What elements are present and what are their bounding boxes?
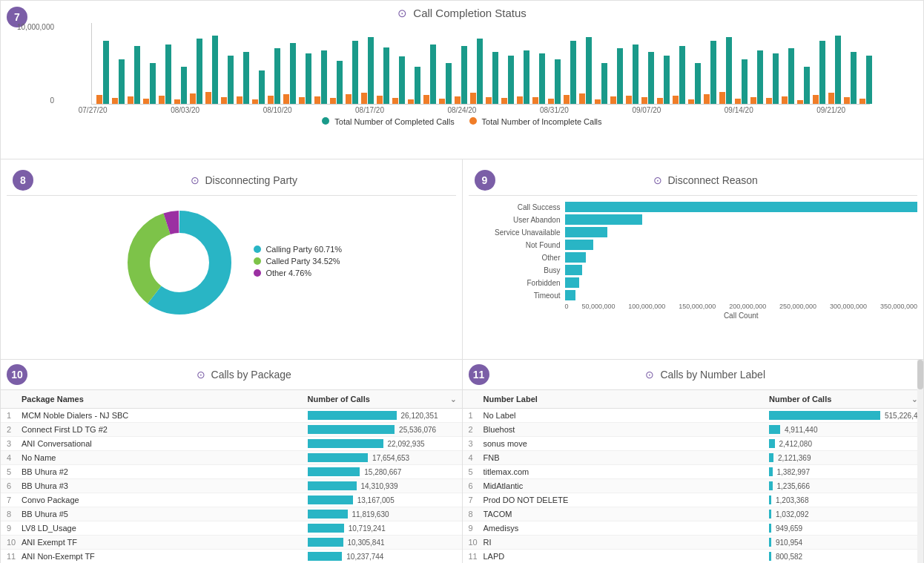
row-calls-cell: 515,226,458 xyxy=(769,411,917,420)
sort-icon-2[interactable]: ⌄ xyxy=(911,395,917,404)
bar-incomplete xyxy=(486,97,492,104)
horiz-row-label: User Abandon xyxy=(469,216,565,224)
x-axis-label: 08/24/20 xyxy=(448,106,477,114)
horiz-bar-wrap xyxy=(565,252,918,263)
row-bar xyxy=(769,481,773,490)
row-name: MCM Noble Dialers - NJ SBC xyxy=(22,411,308,420)
row-name: No Label xyxy=(484,411,770,420)
horiz-row: Busy xyxy=(469,265,918,275)
horiz-x-tick: 50,000,000 xyxy=(581,303,615,310)
bar-completed xyxy=(819,41,825,104)
row-name: Bluehost xyxy=(484,425,770,434)
bar-completed xyxy=(477,39,483,104)
row-value: 2,121,369 xyxy=(778,454,811,462)
bar-incomplete xyxy=(361,93,367,104)
legend-called-party: Called Party 34.52% xyxy=(254,257,342,266)
table-row: 7 Convo Package 13,167,005 xyxy=(1,493,462,507)
row-bar xyxy=(308,411,397,420)
bar-group xyxy=(375,47,391,104)
bar-incomplete xyxy=(299,97,305,104)
bar-completed xyxy=(742,59,748,104)
row-calls-cell: 949,659 xyxy=(769,524,917,533)
bar-completed xyxy=(601,63,607,104)
donut-legend: Calling Party 60.71% Called Party 34.52%… xyxy=(254,245,342,280)
row-name: titlemax.com xyxy=(484,467,770,476)
disconnect-reason-header: 9 ⊙ Disconnect Reason xyxy=(469,165,918,196)
calling-party-dot xyxy=(254,246,261,253)
row-value: 800,582 xyxy=(776,553,802,561)
bar-completed xyxy=(555,59,561,104)
table-row: 4 No Name 17,654,653 xyxy=(1,451,462,465)
bar-group xyxy=(469,39,484,104)
bar-completed xyxy=(383,47,389,104)
x-axis-label: 07/27/20 xyxy=(79,106,108,114)
bar-incomplete xyxy=(797,100,803,104)
row-value: 14,310,939 xyxy=(361,482,398,490)
bar-group xyxy=(578,37,593,104)
bar-incomplete xyxy=(423,95,429,104)
row-num: 7 xyxy=(7,495,22,504)
horiz-bar xyxy=(565,290,575,300)
info-icon-8: ⊙ xyxy=(191,174,199,186)
horiz-bar xyxy=(565,277,579,288)
bar-incomplete xyxy=(610,96,616,104)
x-axis-call-count-label: Call Count xyxy=(565,312,918,320)
bar-completed xyxy=(181,67,187,104)
middle-row: 8 ⊙ Disconnecting Party xyxy=(0,159,924,360)
row-calls-cell: 1,382,997 xyxy=(769,467,917,476)
horiz-x-tick: 100,000,000 xyxy=(628,303,665,310)
bar-group xyxy=(624,45,640,104)
call-completion-title: ⊙ Call Completion Status xyxy=(10,7,914,20)
bar-group xyxy=(422,45,438,104)
row-value: 1,382,997 xyxy=(777,468,811,476)
horiz-bar xyxy=(565,227,607,237)
row-calls-cell: 25,536,076 xyxy=(308,425,456,434)
row-calls-cell: 10,237,744 xyxy=(308,552,456,561)
bar-incomplete xyxy=(283,94,289,104)
bar-completed xyxy=(788,48,794,104)
table-row: 3 sonus move 2,412,080 xyxy=(463,437,924,451)
table-row: 10 RI 910,954 xyxy=(463,536,924,550)
bar-group xyxy=(391,56,406,104)
row-name: TACOM xyxy=(484,510,770,518)
bar-group xyxy=(733,59,749,104)
scrollbar-thumb[interactable] xyxy=(917,360,923,389)
bar-incomplete xyxy=(626,96,632,104)
disconnect-reason-chart: Call SuccessUser AbandonService Unavaila… xyxy=(469,202,918,300)
row-bar xyxy=(769,425,780,434)
table-row: 1 No Label 515,226,458 xyxy=(463,409,924,423)
row-calls-cell: 1,203,368 xyxy=(769,495,917,504)
bar-incomplete xyxy=(704,94,710,104)
row-num: 4 xyxy=(469,453,484,462)
row-num: 4 xyxy=(7,453,22,462)
bar-group xyxy=(749,50,765,104)
sort-icon[interactable]: ⌄ xyxy=(450,395,456,404)
horiz-bar-wrap xyxy=(565,202,918,212)
row-name: RI xyxy=(484,538,770,547)
row-value: 17,654,653 xyxy=(372,454,409,462)
row-calls-cell: 4,911,440 xyxy=(769,425,917,434)
bar-incomplete xyxy=(548,99,554,104)
scrollbar[interactable] xyxy=(917,360,923,563)
row-calls-cell: 800,582 xyxy=(769,552,917,561)
horiz-bar xyxy=(565,202,918,212)
bar-completed xyxy=(165,45,171,104)
row-value: 25,536,076 xyxy=(399,426,436,434)
bar-group xyxy=(344,41,360,104)
row-num: 3 xyxy=(7,439,22,448)
horiz-row: User Abandon xyxy=(469,214,918,225)
incomplete-dot xyxy=(469,117,477,125)
row-value: 26,120,351 xyxy=(401,412,438,420)
col-package-name: Package Names xyxy=(22,395,308,404)
bar-completed xyxy=(710,41,716,104)
row-bar xyxy=(769,524,771,533)
row-calls-cell: 22,092,935 xyxy=(308,439,456,448)
bar-incomplete xyxy=(128,96,133,104)
row-name: BB Uhura #3 xyxy=(22,481,308,490)
row-name: LAPD xyxy=(484,552,770,561)
bar-incomplete xyxy=(782,96,788,104)
row-bar xyxy=(308,538,343,547)
bar-group xyxy=(110,59,126,104)
bar-group xyxy=(687,63,702,104)
horiz-row-label: Call Success xyxy=(469,203,565,211)
